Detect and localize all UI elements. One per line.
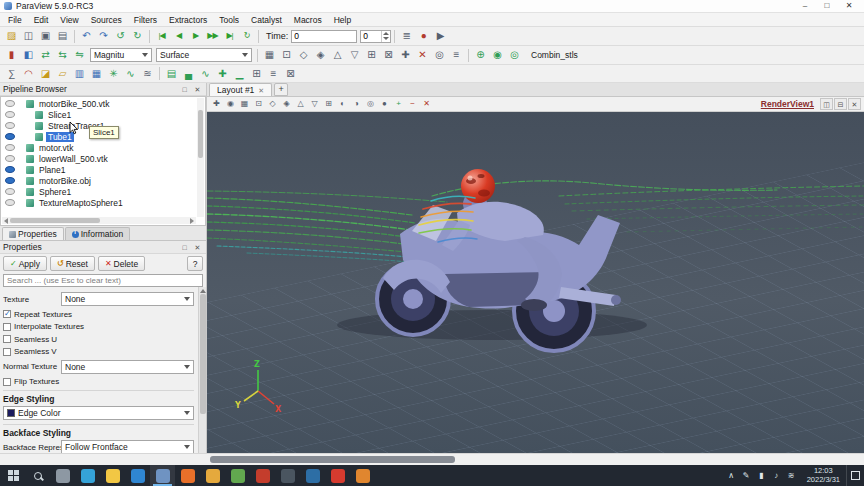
camera-undo-icon[interactable]: ↺ — [112, 28, 129, 44]
visibility-eye-icon[interactable] — [5, 166, 15, 173]
interactive-select-cells-icon[interactable]: ◐ — [336, 98, 349, 111]
camera-2d-icon[interactable]: ◎ — [506, 47, 523, 63]
scrollbar-thumb[interactable] — [200, 294, 206, 414]
stream-tracer-filter-icon[interactable]: ∿ — [122, 66, 139, 82]
plot-over-line-icon[interactable]: ∿ — [197, 66, 214, 82]
python-calculator-icon[interactable]: ≡ — [265, 66, 282, 82]
scroll-right-icon[interactable] — [190, 218, 194, 224]
visibility-eye-icon[interactable] — [5, 133, 15, 140]
repeat-textures-checkbox[interactable]: Repeat Textures — [3, 310, 194, 319]
pdf-icon[interactable] — [325, 465, 350, 486]
shrink-selection-icon[interactable]: − — [406, 98, 419, 111]
select-cells-on-icon[interactable]: ▦ — [261, 47, 278, 63]
select-points-frustum-icon[interactable]: ◈ — [312, 47, 329, 63]
clear-selection-icon[interactable]: ✕ — [420, 98, 433, 111]
save-data-icon[interactable]: ◫ — [20, 28, 37, 44]
seamless-u-checkbox[interactable]: Seamless U — [3, 335, 194, 344]
menu-tools[interactable]: Tools — [213, 14, 245, 26]
hover-points-icon[interactable]: ● — [378, 98, 391, 111]
select-points-polygon-icon[interactable]: ▽ — [346, 47, 363, 63]
play-test-icon[interactable]: ▶ — [432, 28, 449, 44]
close-view-icon[interactable]: ✕ — [848, 98, 861, 110]
interactive-select-cells-icon[interactable]: ⊠ — [380, 47, 397, 63]
close-icon[interactable]: ✕ — [258, 87, 264, 94]
macro-combin-stls-button[interactable]: Combin_stls — [531, 50, 578, 60]
glyph-filter-icon[interactable]: ✳ — [105, 66, 122, 82]
firefox-icon[interactable] — [175, 465, 200, 486]
close-button[interactable]: ✕ — [838, 0, 860, 12]
selection-options-icon[interactable]: ≡ — [448, 47, 465, 63]
edge-color-select[interactable]: Edge Color — [3, 406, 194, 420]
excel-icon[interactable] — [300, 465, 325, 486]
visibility-eye-icon[interactable] — [5, 122, 15, 129]
select-surface-cells-icon[interactable]: ▦ — [238, 98, 251, 111]
pipeline-horizontal-scrollbar[interactable] — [2, 217, 196, 224]
select-frustum-points-icon[interactable]: ◈ — [280, 98, 293, 111]
menu-catalyst[interactable]: Catalyst — [245, 14, 288, 26]
apply-button[interactable]: ✓ Apply — [3, 256, 47, 271]
pipeline-vertical-scrollbar[interactable] — [197, 98, 204, 217]
frame-value-input[interactable] — [361, 31, 381, 42]
slice-filter-icon[interactable]: ▱ — [54, 66, 71, 82]
word-icon[interactable] — [250, 465, 275, 486]
chrome-icon[interactable] — [225, 465, 250, 486]
first-frame-icon[interactable]: |◀ — [153, 28, 170, 44]
menu-help[interactable]: Help — [328, 14, 357, 26]
redo-icon[interactable]: ↷ — [95, 28, 112, 44]
select-points-on-icon[interactable]: ⊡ — [278, 47, 295, 63]
select-frustum-cells-icon[interactable]: ◇ — [266, 98, 279, 111]
select-cells-polygon-icon[interactable]: △ — [329, 47, 346, 63]
camera-link-icon[interactable]: ⊕ — [472, 47, 489, 63]
camera-redo-icon[interactable]: ↻ — [129, 28, 146, 44]
pipeline-item-plane1[interactable]: Plane1 — [2, 164, 196, 175]
menu-extractors[interactable]: Extractors — [163, 14, 213, 26]
snap-timesteps-icon[interactable]: ≣ — [398, 28, 415, 44]
color-legend-icon[interactable]: ▮ — [3, 47, 20, 63]
clip-filter-icon[interactable]: ◪ — [37, 66, 54, 82]
pipeline-item-lowerwall-500[interactable]: lowerWall_500.vtk — [2, 153, 196, 164]
pipeline-item-motorbike-500[interactable]: motorBike_500.vtk — [2, 98, 196, 109]
close-panel-icon[interactable]: ✕ — [192, 84, 203, 94]
menu-sources[interactable]: Sources — [85, 14, 128, 26]
powerpoint-icon[interactable] — [275, 465, 300, 486]
visibility-eye-icon[interactable] — [5, 177, 15, 184]
interactive-select-points-icon[interactable]: ◑ — [350, 98, 363, 111]
maximize-button[interactable]: □ — [816, 0, 838, 12]
select-polygon-cells-icon[interactable]: △ — [294, 98, 307, 111]
close-panel-icon[interactable]: ✕ — [192, 242, 203, 252]
paraview-icon[interactable] — [150, 465, 175, 486]
rescale-data-range-icon[interactable]: ⇄ — [37, 47, 54, 63]
delete-button[interactable]: ✕ Delete — [98, 256, 145, 271]
split-horizontal-icon[interactable]: ◫ — [820, 98, 833, 110]
select-polygon-points-icon[interactable]: ▽ — [308, 98, 321, 111]
grow-selection-icon[interactable]: + — [392, 98, 405, 111]
interaction-mode-icon[interactable]: ✚ — [210, 98, 223, 111]
taskbar-search-button[interactable] — [26, 465, 50, 486]
threshold-filter-icon[interactable]: ▥ — [71, 66, 88, 82]
contour-filter-icon[interactable]: ◠ — [20, 66, 37, 82]
taskbar-clock[interactable]: 12:03 2022/3/31 — [807, 467, 840, 484]
plot-selection-icon[interactable]: ▁ — [231, 66, 248, 82]
pipeline-item-motor-vtk[interactable]: motor.vtk — [2, 142, 196, 153]
warp-filter-icon[interactable]: ≋ — [139, 66, 156, 82]
normal-texture-select[interactable]: None — [61, 360, 194, 374]
scrollbar-thumb[interactable] — [210, 456, 455, 463]
edge-icon[interactable] — [75, 465, 100, 486]
battery-icon[interactable]: ▮ — [754, 465, 769, 486]
last-frame-icon[interactable]: ▶| — [221, 28, 238, 44]
vscode-icon[interactable] — [125, 465, 150, 486]
previous-frame-icon[interactable]: ◀ — [170, 28, 187, 44]
split-vertical-icon[interactable]: ⊟ — [834, 98, 847, 110]
select-block-icon[interactable]: ⊞ — [322, 98, 335, 111]
menu-filters[interactable]: Filters — [128, 14, 163, 26]
open-file-icon[interactable]: ▨ — [3, 28, 20, 44]
visibility-eye-icon[interactable] — [5, 155, 15, 162]
tab-information[interactable]: Information — [65, 227, 131, 240]
tab-properties[interactable]: Properties — [2, 227, 64, 240]
pipeline-item-texturemaptosphere1[interactable]: TextureMaptoSphere1 — [2, 197, 196, 208]
add-layout-button[interactable]: + — [274, 83, 288, 96]
tab-layout-1[interactable]: Layout #1 ✕ — [209, 83, 272, 96]
visibility-eye-icon[interactable] — [5, 111, 15, 118]
rescale-custom-range-icon[interactable]: ⇆ — [54, 47, 71, 63]
task-view-icon[interactable] — [50, 465, 75, 486]
